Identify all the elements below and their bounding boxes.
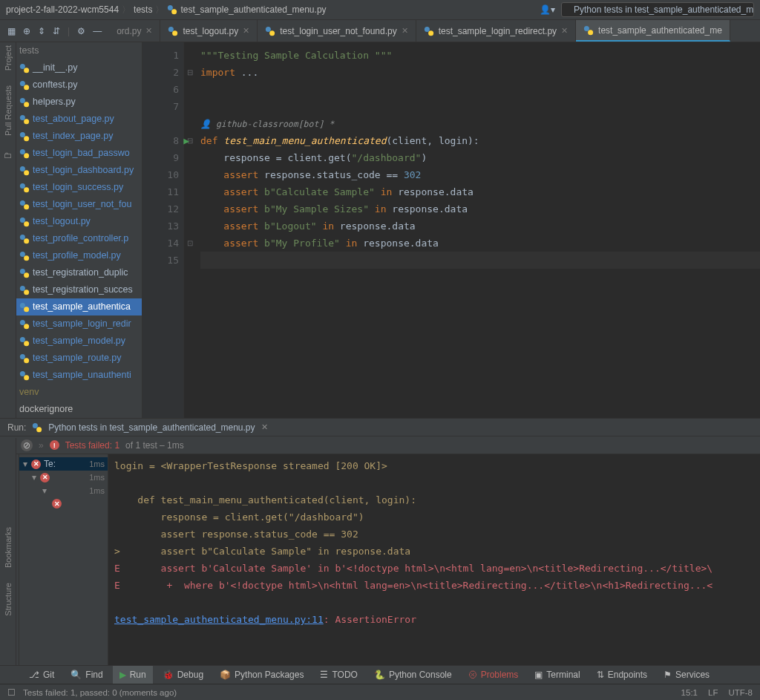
- svg-point-20: [20, 131, 25, 137]
- structure-icon[interactable]: 🗀: [4, 151, 12, 160]
- tree-file[interactable]: dockerignore: [16, 401, 142, 418]
- tree-file[interactable]: test_registration_duplic: [16, 264, 142, 281]
- tree-file[interactable]: conftest.py: [16, 76, 142, 94]
- gear-icon[interactable]: ⚙: [77, 26, 85, 36]
- svg-point-24: [20, 166, 25, 171]
- test-tree-item[interactable]: ▾ ✕ 1ms: [19, 471, 108, 484]
- file-encoding[interactable]: UTF-8: [728, 688, 753, 697]
- fold-end-icon[interactable]: ⊡: [184, 235, 196, 252]
- svg-point-34: [20, 251, 25, 256]
- test-tree[interactable]: ▾ ✕ Te: 1ms ▾ ✕ 1ms ▾ 1ms ✕: [19, 454, 108, 665]
- minimize-icon[interactable]: —: [93, 26, 102, 36]
- tree-folder-tests[interactable]: tests: [16, 42, 142, 59]
- svg-point-1: [172, 9, 177, 14]
- tree-file[interactable]: test_login_dashboard.py: [16, 162, 142, 179]
- services-tool-btn[interactable]: ⚑Services: [657, 666, 716, 684]
- target-icon[interactable]: ⊕: [23, 26, 30, 36]
- git-tool-btn[interactable]: ⎇Git: [22, 666, 61, 684]
- close-icon[interactable]: ✕: [243, 26, 249, 36]
- python-packages-btn[interactable]: 📦Python Packages: [213, 666, 310, 684]
- close-icon[interactable]: ✕: [261, 422, 268, 432]
- structure-tool-btn[interactable]: Structure: [4, 583, 13, 616]
- tree-file-selected[interactable]: test_sample_authentica: [16, 298, 142, 315]
- close-icon[interactable]: ✕: [402, 26, 408, 36]
- svg-point-18: [20, 114, 25, 120]
- fail-badge-icon: ✕: [31, 459, 41, 469]
- collapse-icon[interactable]: ⇵: [53, 26, 60, 36]
- tree-file[interactable]: test_about_page.py: [16, 111, 142, 128]
- cursor-position[interactable]: 15:1: [681, 688, 698, 697]
- tree-file[interactable]: test_logout.py: [16, 213, 142, 230]
- breadcrumb-folder[interactable]: tests: [134, 4, 152, 15]
- test-tree-item[interactable]: ✕: [19, 497, 108, 510]
- close-icon[interactable]: ✕: [145, 26, 152, 36]
- skip-icon[interactable]: ⊘: [21, 439, 33, 451]
- tab-login-user-not-found[interactable]: test_login_user_not_found.py ✕: [258, 20, 416, 42]
- todo-tool-btn[interactable]: ☰TODO: [313, 666, 364, 684]
- svg-point-35: [24, 255, 29, 261]
- svg-point-43: [24, 324, 29, 329]
- svg-point-51: [36, 427, 42, 432]
- python-file-icon: [19, 80, 30, 91]
- test-tree-root[interactable]: ▾ ✕ Te: 1ms: [19, 457, 108, 471]
- problems-tool-btn[interactable]: ⮾Problems: [462, 666, 525, 684]
- find-tool-btn[interactable]: 🔍Find: [64, 666, 109, 684]
- tab-logout[interactable]: test_logout.py ✕: [160, 20, 258, 42]
- pull-requests-tool-btn[interactable]: Pull Requests: [4, 85, 13, 136]
- python-console-btn[interactable]: 🐍Python Console: [367, 666, 459, 684]
- tree-file[interactable]: test_sample_route.py: [16, 350, 142, 367]
- project-tool-btn[interactable]: Project: [4, 45, 13, 71]
- fold-icon[interactable]: ⊟: [184, 64, 196, 81]
- tree-file[interactable]: test_sample_login_redir: [16, 315, 142, 333]
- tab-active[interactable]: test_sample_authenticated_me: [576, 20, 730, 42]
- tree-file[interactable]: test_profile_model.py: [16, 247, 142, 264]
- run-tool-btn[interactable]: ▶Run: [113, 666, 153, 684]
- tree-file[interactable]: test_login_bad_passwo: [16, 145, 142, 162]
- breadcrumb-project[interactable]: project-2-fall-2022-wcm5544: [6, 4, 119, 15]
- editor-toolbar: ▦ ⊕ ⇕ ⇵ | ⚙ — ord.py ✕ test_logout.py ✕ …: [0, 20, 760, 42]
- project-tree[interactable]: tests __init__.py conftest.py helpers.py…: [16, 42, 142, 418]
- python-file-icon: [19, 200, 30, 210]
- tree-file[interactable]: test_login_success.py: [16, 179, 142, 196]
- tree-file[interactable]: test_sample_model.py: [16, 333, 142, 350]
- tab-sample-login-redirect[interactable]: test_sample_login_redirect.py ✕: [416, 20, 576, 42]
- git-branch-icon: ⎇: [29, 670, 39, 680]
- python-file-icon: [19, 336, 30, 347]
- code-editor[interactable]: """Testing Sample Calculation """import …: [196, 42, 760, 418]
- fold-gutter[interactable]: ⊟ ⊟ ⊡: [184, 42, 196, 418]
- tree-file[interactable]: test_index_page.py: [16, 128, 142, 145]
- run-config-selector[interactable]: Python tests in test_sample_authenticate…: [561, 2, 754, 17]
- tree-file[interactable]: helpers.py: [16, 94, 142, 111]
- test-tree-item[interactable]: ▾ 1ms: [19, 484, 108, 497]
- fail-badge-icon: !: [50, 440, 59, 450]
- tab-cut-left[interactable]: ord.py ✕: [109, 20, 160, 42]
- line-separator[interactable]: LF: [708, 688, 718, 697]
- run-gutter-icon[interactable]: ▶: [183, 132, 189, 149]
- svg-point-16: [20, 97, 25, 102]
- tree-file[interactable]: test_sample_unauthenti: [16, 367, 142, 384]
- tool-windows-icon[interactable]: ☐: [7, 687, 16, 698]
- terminal-tool-btn[interactable]: ▣Terminal: [528, 666, 586, 684]
- close-icon[interactable]: ✕: [561, 26, 568, 36]
- run-console-output[interactable]: login = <WrapperTestResponse streamed [2…: [108, 454, 760, 665]
- svg-point-0: [168, 5, 173, 10]
- line-number-gutter[interactable]: 1 2 6 7 8▶ 9 10 11 12 13 14 15: [142, 42, 184, 418]
- project-view-icon[interactable]: ▦: [7, 26, 16, 36]
- debug-tool-btn[interactable]: 🐞Debug: [156, 666, 210, 684]
- error-icon: ⮾: [468, 670, 477, 680]
- left-tool-strip: Project Pull Requests 🗀: [0, 42, 16, 418]
- svg-point-31: [24, 221, 29, 226]
- tree-folder-venv[interactable]: venv: [16, 384, 142, 401]
- bookmarks-tool-btn[interactable]: Bookmarks: [4, 527, 13, 568]
- python-file-icon: [167, 4, 177, 15]
- tree-file[interactable]: __init__.py: [16, 59, 142, 76]
- run-header-target: Python tests in test_sample_authenticate…: [48, 422, 255, 433]
- endpoints-tool-btn[interactable]: ⇅Endpoints: [590, 666, 654, 684]
- toolbar-icon-group: ▦ ⊕ ⇕ ⇵ | ⚙ —: [0, 26, 109, 36]
- expand-icon[interactable]: ⇕: [38, 26, 45, 36]
- tree-file[interactable]: test_login_user_not_fou: [16, 196, 142, 213]
- user-icon[interactable]: 👤▾: [540, 4, 555, 15]
- breadcrumb-file[interactable]: test_sample_authenticated_menu.py: [180, 4, 326, 15]
- tree-file[interactable]: test_registration_succes: [16, 281, 142, 298]
- tree-file[interactable]: test_profile_controller.p: [16, 230, 142, 247]
